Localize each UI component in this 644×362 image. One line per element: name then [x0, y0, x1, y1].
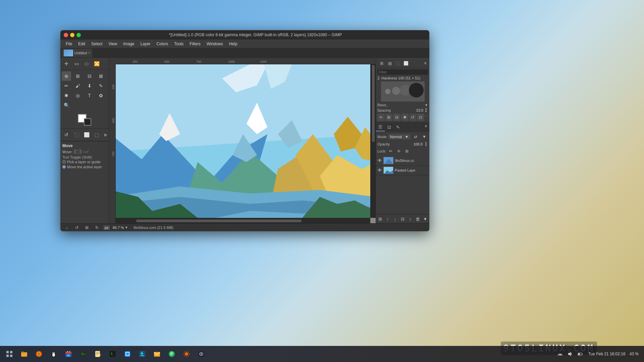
layer-more-btn[interactable]: ▼	[422, 215, 429, 223]
mode-extra-btn[interactable]: ⇄	[412, 133, 419, 140]
opacity-down[interactable]: ▼	[424, 144, 428, 147]
lock-position-icon[interactable]: ✛	[395, 148, 402, 155]
brush-panel-collapse[interactable]: ▼	[423, 61, 427, 66]
layer-add-btn[interactable]: ⊞	[377, 215, 383, 223]
layer-item-1[interactable]: 👁 Pasted Laye	[376, 166, 429, 175]
menu-windows[interactable]: Windows	[204, 41, 226, 47]
layers-panel-collapse[interactable]: ▼	[423, 123, 429, 131]
taskbar-notes[interactable]	[91, 347, 105, 361]
tab-layers[interactable]: ☰	[376, 123, 385, 131]
menu-image[interactable]: Image	[120, 41, 137, 47]
network-icon[interactable]	[556, 350, 564, 358]
panel-collapse-button[interactable]: ▶	[104, 132, 107, 137]
panel-icon-large[interactable]: ⬛	[394, 60, 401, 67]
layer-merge-btn[interactable]: ↕	[407, 215, 414, 223]
bg-color[interactable]	[84, 118, 91, 126]
layer-item-0[interactable]: 👁 9to5linux.cc	[376, 156, 429, 166]
panel-icon-grid[interactable]: ⊞	[378, 60, 385, 67]
layer-duplicate-btn[interactable]: ⊟	[399, 215, 406, 223]
radio-pick[interactable]	[62, 160, 66, 164]
menu-view[interactable]: View	[106, 41, 120, 47]
taskbar-steam[interactable]	[195, 347, 208, 361]
status-undo-btn[interactable]: ↺	[73, 224, 80, 231]
layer-visibility-0[interactable]: 👁	[377, 158, 382, 163]
taskbar-downloads[interactable]	[136, 347, 149, 361]
brush-copy-icon[interactable]: ⊞	[385, 114, 393, 121]
taskbar-terminal[interactable]: $_	[106, 347, 119, 361]
tool-align-icon[interactable]: ⊞	[73, 71, 83, 81]
history-back-icon[interactable]: ↺	[62, 130, 71, 139]
filter-input[interactable]	[379, 70, 427, 74]
radio-active[interactable]	[62, 165, 66, 169]
status-export-btn[interactable]: ↓	[63, 224, 70, 231]
taskbar-files[interactable]	[17, 347, 31, 361]
tool-dodge-icon[interactable]: ◎	[73, 91, 83, 100]
tool-ellipse-select[interactable]: ⬭	[82, 59, 91, 68]
tool-move-icon[interactable]: ⊕	[62, 71, 71, 81]
tool-measure-icon[interactable]: T	[85, 91, 94, 100]
scrollbar-h-thumb[interactable]	[136, 220, 302, 222]
taskbar-app-grid[interactable]	[3, 347, 16, 361]
tab-close-icon[interactable]: ×	[88, 51, 90, 55]
menu-layer[interactable]: Layer	[138, 41, 153, 47]
scrollbar-v-thumb[interactable]	[372, 65, 375, 142]
taskbar-virtualbox[interactable]	[121, 347, 134, 361]
tool-paint-icon[interactable]: 🖌	[73, 81, 83, 90]
menu-colors[interactable]: Colors	[154, 41, 171, 47]
tool-pencil-icon[interactable]: ✎	[96, 81, 106, 90]
brush-edit-icon[interactable]: ✏	[377, 114, 385, 121]
menu-help[interactable]: Help	[226, 41, 240, 47]
tool-transform-icon[interactable]: ⊠	[96, 71, 106, 81]
tool-heal-icon[interactable]: ⬇	[85, 81, 94, 90]
lock-pixels-icon[interactable]: ✏	[387, 148, 394, 155]
tab-channels[interactable]: ⊡	[385, 123, 393, 131]
menu-select[interactable]: Select	[89, 41, 105, 47]
battery-icon[interactable]	[576, 350, 584, 358]
volume-icon[interactable]	[566, 350, 574, 358]
menu-tools[interactable]: Tools	[171, 41, 186, 47]
mode-extra-btn2[interactable]: ▼	[421, 133, 428, 140]
tool-eyedrop-icon[interactable]: ✿	[96, 91, 106, 100]
tool-pick-row[interactable]: Pick a layer or guide	[62, 160, 107, 164]
brush-more-icon[interactable]: ⊡	[417, 114, 424, 121]
menu-file[interactable]: File	[63, 41, 75, 47]
tool-zoom-icon[interactable]: 🔍	[62, 101, 71, 110]
zoom-fit-icon[interactable]: ⬚	[92, 130, 101, 139]
opacity-spinner[interactable]: ▲ ▼	[424, 141, 428, 147]
tool-rect-select[interactable]: ▭	[72, 59, 81, 68]
scrollbar-horizontal[interactable]	[116, 218, 370, 223]
spacing-down[interactable]: ▼	[424, 110, 428, 113]
tab-untitled[interactable]: Untitled ×	[62, 49, 92, 57]
dropdown-arrow[interactable]: ▼	[425, 103, 428, 107]
layer-delete-btn[interactable]: 🗑	[414, 215, 421, 223]
taskbar-settings[interactable]	[180, 347, 193, 361]
tool-active-row[interactable]: Move the active layer	[62, 165, 107, 169]
tool-path-icon[interactable]: ✏	[62, 81, 71, 90]
tool-blur-icon[interactable]: ✱	[62, 91, 71, 100]
taskbar-email[interactable]	[150, 347, 164, 361]
tool-lasso[interactable]: 🔀	[92, 59, 101, 68]
canvas-image[interactable]	[116, 64, 370, 218]
color-mode-icon[interactable]: ⬛	[72, 130, 81, 139]
brush-view-icon[interactable]: ⊟	[393, 114, 400, 121]
quick-mask-icon[interactable]: ⬜	[82, 130, 91, 139]
zoom-dropdown-arrow[interactable]: ▼	[125, 226, 128, 229]
brush-refresh-icon[interactable]: ↺	[409, 114, 417, 121]
layer-lower-btn[interactable]: ↓	[392, 215, 398, 223]
layer-raise-btn[interactable]: ↑	[384, 215, 391, 223]
status-unit[interactable]: px	[103, 225, 110, 230]
close-button[interactable]	[64, 33, 68, 37]
spacing-spinner[interactable]: ▲ ▼	[424, 108, 428, 113]
panel-icon-list[interactable]: ▤	[386, 60, 393, 67]
panel-icon-small[interactable]: ⬜	[402, 60, 410, 67]
taskbar-xterm[interactable]: X>	[76, 347, 90, 361]
brush-delete-icon[interactable]: ✖	[401, 114, 409, 121]
menu-filters[interactable]: Filters	[187, 41, 203, 47]
layer-visibility-1[interactable]: 👁	[377, 168, 382, 173]
tool-move[interactable]: ✛	[62, 59, 71, 68]
brush-more-options[interactable]: ···	[425, 114, 428, 121]
taskbar-firefox[interactable]	[32, 347, 46, 361]
tool-crop-icon[interactable]: ⊟	[85, 71, 94, 81]
taskbar-penguin[interactable]	[47, 347, 60, 361]
maximize-button[interactable]	[76, 33, 81, 37]
